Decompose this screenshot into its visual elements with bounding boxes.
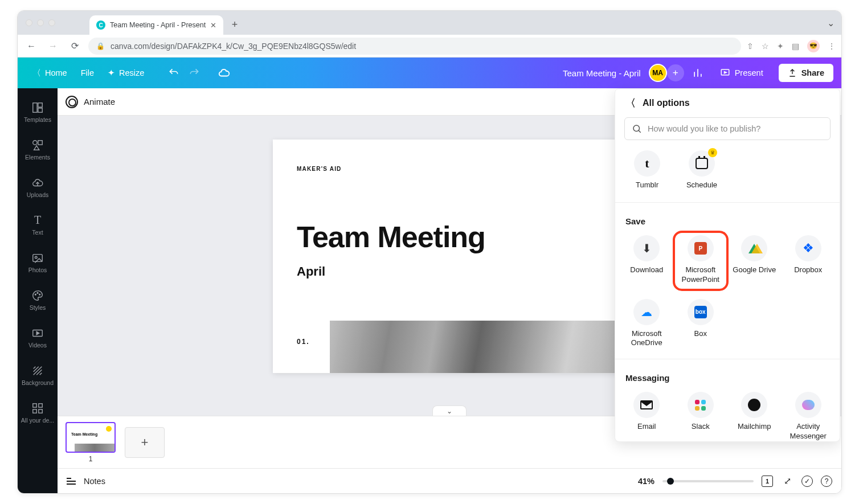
fullscreen-button[interactable]: ⤢	[781, 475, 793, 487]
bar-chart-icon	[692, 67, 703, 79]
premium-crown-icon: ♛	[708, 148, 717, 157]
upload-icon	[788, 68, 797, 77]
reload-button[interactable]: ⟳	[67, 38, 83, 54]
undo-button[interactable]	[163, 63, 184, 83]
share-search-input[interactable]: How would you like to publish?	[624, 117, 831, 140]
close-window-dot[interactable]	[26, 19, 32, 26]
cloud-icon	[218, 67, 230, 79]
file-label: File	[81, 68, 94, 77]
share-option-tumblr[interactable]: t Tumblr	[620, 147, 674, 193]
onedrive-label: Microsoft OneDrive	[621, 329, 673, 348]
messaging-section-label: Messaging	[615, 365, 840, 386]
home-label: Home	[45, 68, 67, 77]
redo-button	[184, 63, 204, 83]
box-label: Box	[694, 329, 707, 338]
rail-templates-label: Templates	[24, 117, 51, 124]
canva-favicon-icon: C	[96, 21, 105, 30]
activity-label: Activity Messenger	[783, 422, 835, 441]
svg-point-8	[35, 294, 36, 295]
share-option-google-drive[interactable]: Google Drive	[727, 232, 782, 290]
page-count-badge[interactable]: 1	[762, 476, 773, 487]
share-option-dropbox[interactable]: ❖ Dropbox	[782, 232, 836, 290]
share-panel: 〈 All options How would you like to publ…	[615, 88, 840, 442]
editor-footer: Notes 41% 1 ⤢ ✓ ?	[58, 468, 841, 493]
rail-styles[interactable]: Styles	[18, 282, 58, 318]
thumbnail-1[interactable]: Team Meeting 1	[66, 422, 116, 463]
photo-icon	[31, 252, 44, 264]
share-back-button[interactable]: 〈	[625, 96, 636, 110]
user-avatar[interactable]: MA	[649, 64, 667, 82]
share-option-slack[interactable]: Slack	[674, 388, 728, 441]
slide-1[interactable]: MAKER'S AID Team Meeting April 01.	[273, 140, 626, 373]
notes-button[interactable]: Notes	[84, 477, 105, 486]
bookmark-star-icon[interactable]: ☆	[762, 42, 769, 51]
profile-avatar-icon[interactable]: 😎	[807, 40, 820, 52]
file-menu[interactable]: File	[74, 64, 101, 81]
rail-all-label: All your de...	[21, 417, 54, 424]
checkmark-status-icon[interactable]: ✓	[801, 476, 813, 487]
undo-icon	[168, 67, 179, 79]
extensions-icon[interactable]: ✦	[777, 42, 784, 51]
share-option-email[interactable]: Email	[620, 388, 674, 441]
rail-text[interactable]: T Text	[18, 207, 58, 243]
rail-photos[interactable]: Photos	[18, 244, 58, 281]
share-option-box[interactable]: box Box	[674, 296, 728, 351]
rail-templates[interactable]: Templates	[18, 94, 58, 130]
expand-pages-handle[interactable]: ⌄	[432, 405, 467, 416]
thumbnail-number: 1	[66, 455, 116, 463]
browser-tabstrip: C Team Meeting - April - Present ✕ + ⌄	[18, 11, 841, 35]
share-option-onedrive[interactable]: ☁ Microsoft OneDrive	[620, 296, 674, 351]
grid-icon	[31, 402, 44, 415]
rail-elements[interactable]: Elements	[18, 132, 58, 168]
dropbox-icon: ❖	[803, 241, 814, 256]
share-option-activity-messenger[interactable]: Activity Messenger	[782, 388, 836, 441]
address-bar[interactable]: 🔒 canva.com/design/DAFAkZPK4_k/Cw_3g_PQE…	[88, 38, 741, 55]
play-icon	[720, 68, 730, 78]
close-tab-icon[interactable]: ✕	[210, 21, 216, 30]
cloud-sync-icon[interactable]	[214, 63, 234, 83]
rail-text-label: Text	[32, 230, 43, 236]
present-button[interactable]: Present	[711, 63, 772, 83]
browser-toolbar: ← → ⟳ 🔒 canva.com/design/DAFAkZPK4_k/Cw_…	[18, 35, 841, 58]
add-page-button[interactable]: +	[125, 427, 165, 458]
email-label: Email	[637, 422, 656, 431]
back-button[interactable]: ←	[23, 38, 39, 54]
svg-rect-3	[38, 108, 42, 112]
resize-button[interactable]: ✦ Resize	[101, 64, 151, 81]
zoom-window-dot[interactable]	[48, 19, 55, 26]
thumbnail-title: Team Meeting	[71, 432, 97, 436]
svg-rect-1	[33, 103, 37, 112]
mailchimp-label: Mailchimp	[738, 422, 771, 431]
insights-button[interactable]	[688, 63, 708, 83]
share-page-icon[interactable]: ⇧	[747, 42, 754, 51]
rail-videos[interactable]: Videos	[18, 319, 58, 356]
sidepanel-icon[interactable]: ▤	[792, 42, 799, 51]
rail-elements-label: Elements	[25, 154, 50, 161]
tabs-overflow-icon[interactable]: ⌄	[827, 18, 835, 28]
video-icon	[31, 327, 44, 339]
share-option-powerpoint[interactable]: P Microsoft PowerPoint	[674, 232, 728, 290]
share-button[interactable]: Share	[779, 64, 833, 82]
rail-uploads[interactable]: Uploads	[18, 169, 58, 206]
rail-uploads-label: Uploads	[27, 192, 49, 199]
minimize-window-dot[interactable]	[37, 19, 44, 26]
kebab-menu-icon[interactable]: ⋮	[828, 42, 836, 51]
animate-button[interactable]: Animate	[84, 97, 115, 106]
rail-all-designs[interactable]: All your de...	[18, 395, 58, 431]
svg-rect-13	[39, 403, 42, 407]
resize-label: Resize	[119, 68, 144, 77]
document-title[interactable]: Team Meeting - April	[563, 68, 641, 78]
add-collaborator-button[interactable]: +	[667, 64, 684, 81]
thumbnail-avatar-dot	[106, 426, 112, 432]
templates-icon	[31, 101, 44, 114]
zoom-slider[interactable]	[662, 480, 754, 482]
share-option-download[interactable]: ⬇ Download	[620, 232, 674, 290]
home-button[interactable]: 〈 Home	[26, 64, 74, 83]
help-button[interactable]: ?	[821, 476, 832, 487]
new-tab-button[interactable]: +	[227, 17, 243, 32]
browser-tab[interactable]: C Team Meeting - April - Present ✕	[89, 15, 223, 35]
rail-background[interactable]: Background	[18, 357, 58, 394]
share-option-schedule[interactable]: ♛ Schedule	[674, 147, 729, 193]
share-option-mailchimp[interactable]: Mailchimp	[727, 388, 782, 441]
lock-icon: 🔒	[96, 42, 105, 50]
